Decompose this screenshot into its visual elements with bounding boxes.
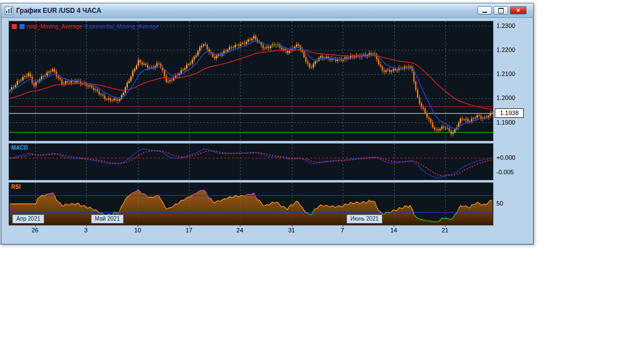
macd-label: MACD <box>11 145 28 151</box>
x-axis-tick-label: 21 <box>438 227 452 234</box>
ema-fast-line <box>10 41 493 128</box>
rsi-panel[interactable]: RSI <box>8 182 494 226</box>
rsi-fill-area <box>9 190 493 225</box>
maximize-button[interactable] <box>494 6 508 15</box>
ema-blue-chip[interactable] <box>19 23 25 30</box>
ema-red-label: ntial_Moving_Average <box>27 23 82 30</box>
close-icon: × <box>517 7 520 13</box>
titlebar[interactable]: График EUR /USD 4 ЧАСА × <box>1 3 533 18</box>
chart-window: График EUR /USD 4 ЧАСА × ntial_Moving_Av… <box>1 3 534 245</box>
close-button[interactable]: × <box>510 6 527 15</box>
indicator-legend[interactable]: ntial_Moving_Average Exponential_Moving_… <box>11 23 159 30</box>
macd-signal-line <box>10 151 493 176</box>
minimize-icon <box>482 8 487 13</box>
y-axis-tick-label: 1.2000 <box>496 94 515 101</box>
x-axis-tick-label: 31 <box>285 227 299 234</box>
price-chart-panel[interactable]: ntial_Moving_Average Exponential_Moving_… <box>8 21 494 141</box>
macd-chart[interactable] <box>9 144 493 180</box>
maximize-icon <box>498 8 504 13</box>
vertical-gridlines <box>36 144 446 180</box>
y-axis-tick-label: 1.2300 <box>496 22 515 29</box>
chart-app-icon <box>4 6 13 15</box>
rsi-chart[interactable] <box>9 183 493 225</box>
window-title: График EUR /USD 4 ЧАСА <box>16 7 477 15</box>
price-level-lines <box>9 107 493 132</box>
rsi-label: RSI <box>11 184 21 190</box>
x-axis-tick-label: 26 <box>28 227 42 234</box>
minimize-button[interactable] <box>477 6 492 15</box>
y-axis-tick-label: 1.2200 <box>496 46 515 53</box>
x-axis-tick-label: 7 <box>335 227 350 234</box>
x-axis-tick-label: 3 <box>79 227 93 234</box>
x-axis-tick-label: 14 <box>386 227 401 234</box>
candlestick-chart[interactable] <box>9 21 493 141</box>
macd-panel[interactable]: MACD <box>8 143 494 180</box>
macd-axis-label: -0.005 <box>496 169 514 175</box>
rsi-axis-label: 50 <box>496 200 503 207</box>
x-axis-tick-label: 10 <box>130 227 145 234</box>
y-axis-tick-label: 1.1900 <box>496 119 515 126</box>
x-axis-tick-label: 17 <box>182 227 196 234</box>
ema-blue-label: Exponential_Moving_Average <box>85 23 159 30</box>
horizontal-gridlines <box>9 26 493 123</box>
macd-axis-label: +0.000 <box>496 154 515 161</box>
x-axis-tick-label: 24 <box>233 227 247 234</box>
y-axis-tick-label: 1.2100 <box>496 70 515 77</box>
window-controls: × <box>477 6 527 15</box>
last-price-box: 1.1938 <box>495 108 524 118</box>
ema-red-chip[interactable] <box>11 23 17 30</box>
